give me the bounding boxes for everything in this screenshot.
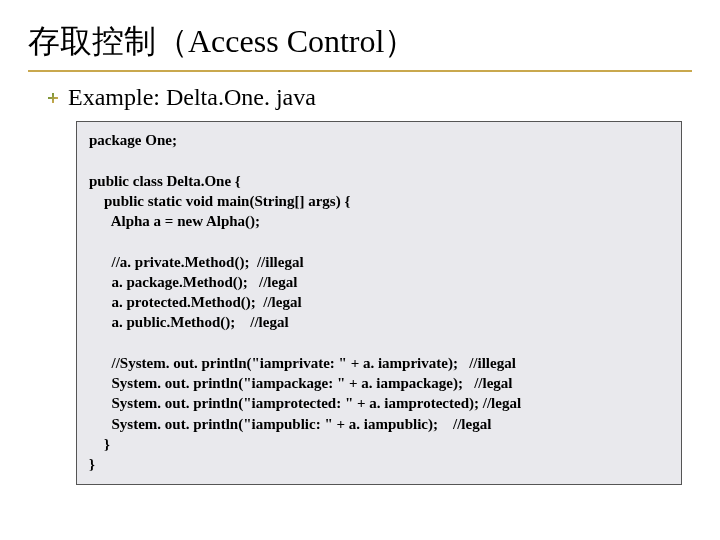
example-label: Example: Delta.One. java [68, 84, 316, 111]
example-line: Example: Delta.One. java [46, 84, 692, 111]
code-block: package One; public class Delta.One { pu… [76, 121, 682, 485]
slide-title: 存取控制（Access Control） [28, 20, 692, 72]
plus-bullet-icon [46, 91, 60, 105]
